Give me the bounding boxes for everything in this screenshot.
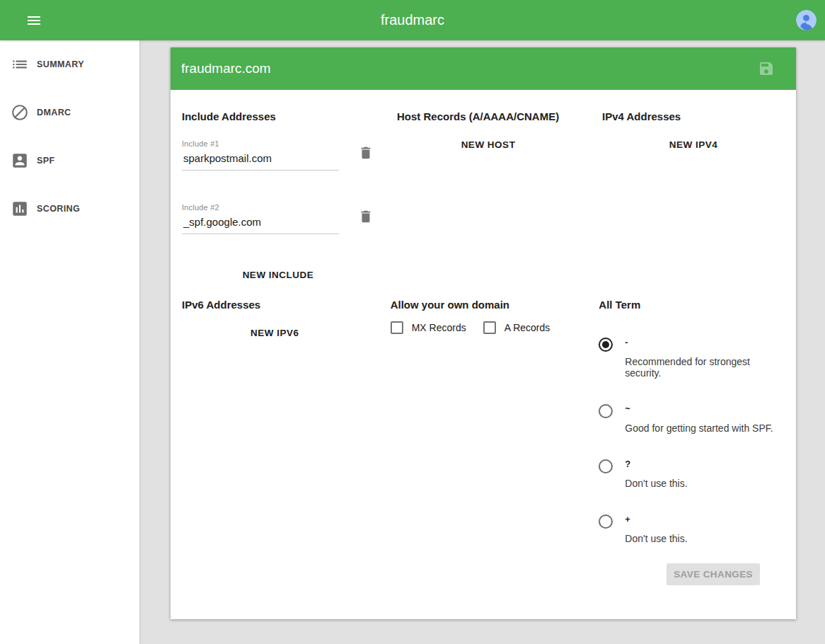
all-term-option-pass[interactable]: + Don't use this. [599,514,785,544]
trash-icon [358,209,374,224]
new-host-wrap: NEW HOST [397,132,579,157]
sidebar-item-summary[interactable]: SUMMARY [0,40,139,88]
block-icon [11,103,29,122]
all-term-option-softfail[interactable]: ~ Good for getting started with SPF. [599,404,785,434]
all-term-description: Good for getting started with SPF. [625,422,773,434]
person-avatar-icon [796,10,817,30]
settings-row-2: IPv6 Addresses NEW IPV6 Allow your own d… [171,287,796,570]
sidebar-item-label: SPF [37,156,55,166]
all-term-radio-group: - Recommended for strongest security. ~ … [599,338,785,544]
radio-option-texts: ~ Good for getting started with SPF. [625,404,773,434]
host-records-section: Host Records (A/AAAA/CNAME) NEW HOST [386,90,591,287]
all-term-description: Don't use this. [625,533,687,544]
sidebar-item-dmarc[interactable]: DMARC [0,88,139,137]
own-domain-section: Allow your own domain MX Records A Recor… [379,287,588,570]
radio-option-texts: - Recommended for strongest security. [625,338,785,379]
all-term-description: Don't use this. [625,478,687,489]
include-field-2-input[interactable] [182,212,339,234]
include-field-row-2: Include #2 [182,203,374,234]
hamburger-menu-icon [25,12,42,29]
all-term-description: Recommended for strongest security. [625,356,785,379]
save-icon-button[interactable] [758,60,775,77]
a-records-label: A Records [504,322,550,333]
settings-row-1: Include Addresses Include #1 Include #2 [171,90,796,287]
account-badge-icon [11,151,29,170]
all-term-heading: All Term [599,299,785,311]
ipv4-addresses-heading: IPv4 Addresses [602,110,785,122]
save-icon [758,60,775,77]
all-term-symbol: ? [625,459,687,468]
all-term-symbol: - [625,338,785,347]
all-term-option-neutral[interactable]: ? Don't use this. [599,459,785,489]
ipv6-addresses-heading: IPv6 Addresses [182,299,368,311]
radio-unselected-icon[interactable] [599,459,613,473]
sidebar-item-scoring[interactable]: SCORING [0,185,139,233]
include-field-2-label: Include #2 [182,203,339,212]
trash-icon [358,145,374,161]
sidebar-item-label: SCORING [37,204,80,214]
app-bar: fraudmarc [0,0,825,40]
include-addresses-heading: Include Addresses [182,110,374,122]
domain-settings-card: fraudmarc.com Include Addresses Include … [171,47,796,619]
a-records-checkbox-group[interactable]: A Records [483,321,550,334]
new-ipv6-button[interactable]: NEW IPV6 [241,321,309,345]
ipv4-addresses-section: IPv4 Addresses NEW IPV4 [591,90,796,287]
sidebar-item-label: SUMMARY [37,59,84,69]
a-records-checkbox[interactable] [483,321,496,334]
own-domain-checkboxes: MX Records A Records [391,321,577,334]
all-term-section: All Term - Recommended for strongest sec… [587,287,796,570]
include-field-row-1: Include #1 [182,139,374,171]
mx-records-label: MX Records [412,322,466,333]
domain-title: fraudmarc.com [181,61,758,76]
all-term-symbol: + [625,514,687,524]
radio-selected-icon[interactable] [599,338,613,352]
bar-chart-icon [11,200,29,218]
include-field-1: Include #1 [182,139,339,171]
include-field-2: Include #2 [182,203,339,234]
sidebar-item-label: DMARC [37,108,71,117]
sidebar-nav: SUMMARY DMARC SPF SCORING [0,40,139,644]
radio-option-texts: ? Don't use this. [625,459,687,489]
app-title: fraudmarc [0,12,825,28]
include-field-1-label: Include #1 [182,139,339,148]
user-avatar[interactable] [796,10,817,30]
save-changes-button[interactable]: SAVE CHANGES [667,563,760,585]
ipv6-addresses-section: IPv6 Addresses NEW IPV6 [171,287,379,570]
include-field-1-input[interactable] [182,148,339,171]
radio-unselected-icon[interactable] [599,404,613,418]
new-include-button[interactable]: NEW INCLUDE [233,263,324,287]
new-ipv4-wrap: NEW IPV4 [602,132,785,157]
list-icon [11,55,29,74]
card-header: fraudmarc.com [171,47,796,90]
radio-unselected-icon[interactable] [599,514,613,529]
all-term-option-fail[interactable]: - Recommended for strongest security. [599,338,785,379]
new-ipv4-button[interactable]: NEW IPV4 [659,132,728,157]
all-term-symbol: ~ [625,404,773,413]
delete-include-2-button[interactable] [357,209,374,226]
radio-option-texts: + Don't use this. [625,514,687,544]
own-domain-heading: Allow your own domain [391,299,577,311]
hamburger-menu-button[interactable] [23,10,45,31]
mx-records-checkbox-group[interactable]: MX Records [391,321,466,334]
delete-include-1-button[interactable] [357,145,374,162]
mx-records-checkbox[interactable] [391,321,403,334]
new-ipv6-wrap: NEW IPV6 [182,321,368,345]
include-addresses-section: Include Addresses Include #1 Include #2 [171,90,386,287]
host-records-heading: Host Records (A/AAAA/CNAME) [397,110,579,122]
sidebar-item-spf[interactable]: SPF [0,137,139,185]
new-include-wrap: NEW INCLUDE [182,263,374,287]
new-host-button[interactable]: NEW HOST [451,132,526,157]
